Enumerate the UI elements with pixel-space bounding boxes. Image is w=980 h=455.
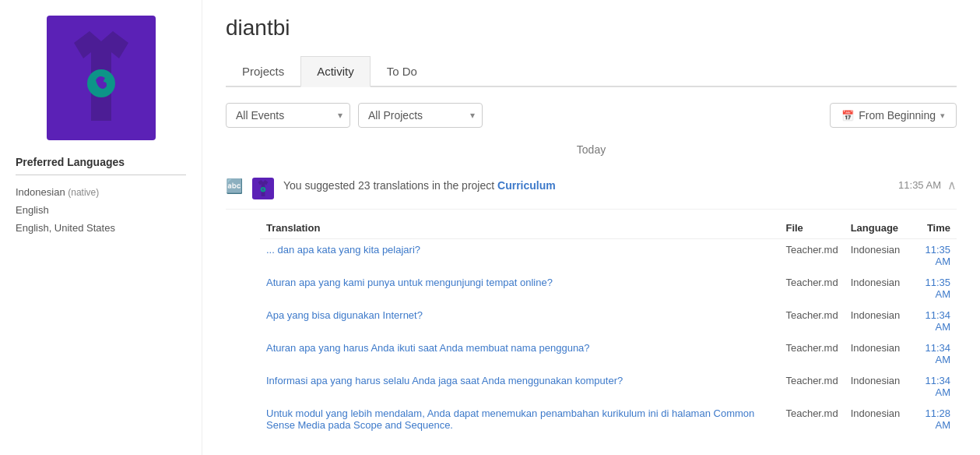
time-cell: 11:34 AM [906,370,957,403]
activity-section: Today 🔤 You suggested 23 translations in… [226,143,957,436]
date-divider: Today [226,143,957,156]
projects-filter-wrapper: All Projects [358,103,483,128]
sidebar: Preferred Languages Indonesian (native) … [0,0,202,455]
project-link[interactable]: Curriculum [497,179,556,192]
col-header-file: File [779,217,844,239]
language-cell: Indonesian [845,337,907,370]
svg-point-2 [100,82,107,88]
col-header-translation: Translation [260,217,779,239]
tabs-bar: Projects Activity To Do [226,56,957,87]
language-cell: Indonesian [845,272,907,305]
avatar-area [16,16,186,140]
activity-item: 🔤 You suggested 23 translations in the p… [226,168,957,210]
time-cell: 11:34 AM [906,305,957,337]
translation-cell[interactable]: Aturan apa yang harus Anda ikuti saat An… [260,337,779,370]
filters-row: All Events All Projects From Beginning [226,103,957,128]
table-row: Apa yang bisa digunakan Internet?Teacher… [260,305,957,337]
col-header-time: Time [906,217,957,239]
translation-cell[interactable]: ... dan apa kata yang kita pelajari? [260,239,779,273]
avatar-tshirt-icon [58,27,144,129]
col-header-language: Language [845,217,907,239]
translation-table: Translation File Language Time ... dan a… [260,217,957,436]
translation-cell[interactable]: Untuk modul yang lebih mendalam, Anda da… [260,403,779,436]
language-item-indonesian: Indonesian (native) [16,183,186,201]
language-item-english[interactable]: English [16,201,186,219]
tab-activity[interactable]: Activity [300,56,371,87]
translation-icon: 🔤 [226,178,243,195]
table-row: Untuk modul yang lebih mendalam, Anda da… [260,403,957,436]
language-item-english-us[interactable]: English, United States [16,219,186,237]
table-row: Informasi apa yang harus selalu Anda jag… [260,370,957,403]
page-title: diantbi [226,16,957,41]
language-cell: Indonesian [845,403,907,436]
file-cell: Teacher.md [779,272,844,305]
file-cell: Teacher.md [779,305,844,337]
file-cell: Teacher.md [779,337,844,370]
file-cell: Teacher.md [779,239,844,273]
collapse-icon[interactable]: ∧ [947,178,957,192]
projects-filter[interactable]: All Projects [358,103,483,128]
activity-time: 11:35 AM ∧ [898,178,957,192]
language-cell: Indonesian [845,305,907,337]
translation-cell[interactable]: Informasi apa yang harus selalu Anda jag… [260,370,779,403]
time-cell: 11:28 AM [906,403,957,436]
user-avatar-small [252,178,274,199]
time-cell: 11:34 AM [906,337,957,370]
file-cell: Teacher.md [779,403,844,436]
main-content: diantbi Projects Activity To Do All Even… [202,0,980,455]
avatar [47,16,156,140]
activity-description: You suggested 23 translations in the pro… [283,178,889,194]
time-cell: 11:35 AM [906,239,957,273]
tab-projects[interactable]: Projects [226,56,300,86]
events-filter-wrapper: All Events [226,103,350,128]
table-row: ... dan apa kata yang kita pelajari?Teac… [260,239,957,273]
time-cell: 11:35 AM [906,272,957,305]
table-row: Aturan apa yang harus Anda ikuti saat An… [260,337,957,370]
languages-list: Indonesian (native) English English, Uni… [16,183,186,237]
translation-cell[interactable]: Aturan apa yang kami punya untuk mengunj… [260,272,779,305]
tab-todo[interactable]: To Do [371,56,434,86]
table-row: Aturan apa yang kami punya untuk mengunj… [260,272,957,305]
from-beginning-button[interactable]: From Beginning [830,103,957,128]
events-filter[interactable]: All Events [226,103,350,128]
file-cell: Teacher.md [779,370,844,403]
language-cell: Indonesian [845,370,907,403]
language-cell: Indonesian [845,239,907,273]
preferred-languages-heading: Preferred Languages [16,156,186,175]
translation-cell[interactable]: Apa yang bisa digunakan Internet? [260,305,779,337]
